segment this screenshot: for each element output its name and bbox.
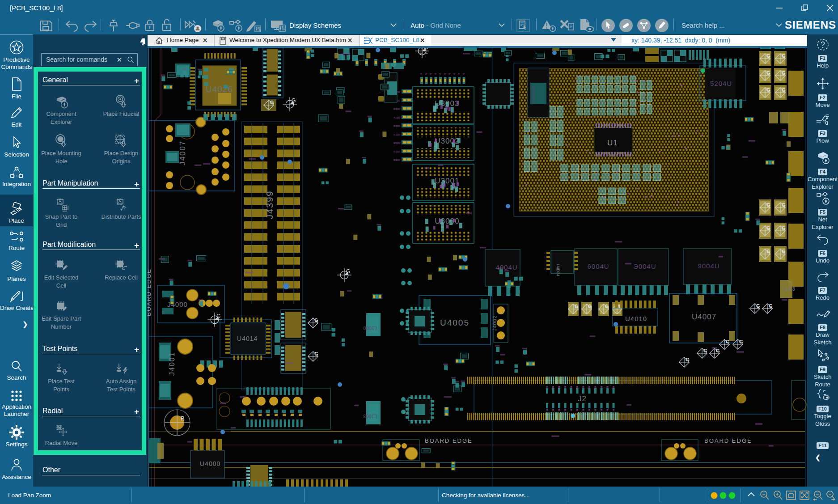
svg-text:Ь001Э: Ь001Э — [530, 86, 535, 103]
svg-text:Э004U: Э004U — [633, 263, 656, 270]
svg-text:R: R — [453, 73, 456, 75]
svg-text:R: R — [429, 73, 432, 75]
svg-text:R: R — [444, 73, 446, 75]
svg-text:R: R — [420, 73, 423, 75]
svg-text:R300: R300 — [394, 142, 400, 144]
svg-text:R: R — [448, 73, 451, 75]
svg-text:R: R — [462, 73, 465, 75]
svg-text:R300: R300 — [394, 150, 400, 153]
svg-text:U1: U1 — [607, 139, 618, 147]
svg-text:G: G — [292, 97, 296, 104]
svg-text:BOARD EDGE: BOARD EDGE — [148, 268, 152, 316]
svg-text:BOARD EDGE: BOARD EDGE — [425, 437, 473, 444]
svg-text:9004U: 9004U — [698, 262, 719, 270]
svg-text:J2: J2 — [578, 394, 587, 403]
svg-text:G: G — [346, 268, 351, 275]
svg-text:R300: R300 — [394, 133, 400, 136]
svg-text:R: R — [425, 73, 427, 75]
svg-text:U4026: U4026 — [206, 85, 233, 94]
svg-text:R300: R300 — [394, 159, 400, 161]
svg-text:R300: R300 — [394, 125, 400, 127]
svg-text:U4005: U4005 — [440, 318, 470, 327]
svg-text:R: R — [434, 73, 437, 75]
svg-text:G: G — [216, 313, 221, 319]
svg-text:J4002: J4002 — [492, 315, 497, 331]
svg-text:R: R — [457, 73, 460, 75]
svg-text:R: R — [439, 73, 441, 75]
svg-text:J4399: J4399 — [265, 191, 275, 220]
svg-text:J1: J1 — [419, 48, 428, 55]
svg-text:6004U: 6004U — [588, 263, 609, 270]
svg-text:J4001: J4001 — [168, 352, 176, 376]
svg-text:U3000: U3000 — [435, 217, 459, 225]
svg-text:U4010: U4010 — [625, 315, 647, 322]
svg-text:5204U: 5204U — [710, 80, 732, 87]
svg-text:B: B — [181, 415, 185, 422]
svg-text:L1003: L1003 — [783, 287, 795, 292]
svg-text:L1000: L1000 — [363, 326, 377, 331]
svg-text:R300: R300 — [394, 108, 400, 110]
svg-text:R300: R300 — [394, 116, 400, 119]
svg-text:U4000: U4000 — [200, 460, 220, 467]
svg-text:U4014: U4014 — [237, 335, 258, 342]
svg-text:4004U: 4004U — [495, 263, 517, 271]
svg-text:J4007: J4007 — [178, 140, 187, 165]
svg-text:U4D24: U4D24 — [556, 264, 560, 276]
svg-text:U4007: U4007 — [692, 313, 716, 321]
svg-text:U3001: U3001 — [435, 177, 459, 185]
svg-text:L1003: L1003 — [363, 414, 377, 419]
svg-text:BOARD EDGE: BOARD EDGE — [704, 437, 752, 444]
